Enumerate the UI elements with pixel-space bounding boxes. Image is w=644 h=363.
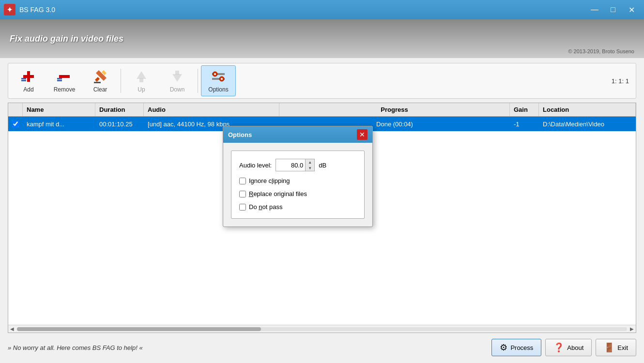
do-not-pass-row: Do not pass	[239, 203, 356, 211]
audio-level-unit: dB	[319, 162, 326, 169]
svg-rect-2	[21, 78, 26, 79]
maximize-button[interactable]: □	[604, 2, 622, 17]
up-icon	[134, 69, 149, 84]
remove-label: Remove	[54, 86, 76, 93]
scrollbar-track	[17, 327, 627, 331]
svg-marker-11	[172, 74, 182, 82]
toolbar-divider-1	[121, 69, 121, 93]
up-label: Up	[138, 86, 145, 93]
about-label: About	[567, 344, 583, 351]
toolbar: Add Remove Clear	[8, 63, 636, 99]
row-checkbox[interactable]	[12, 121, 19, 127]
replace-original-checkbox[interactable]	[239, 191, 246, 197]
file-count: 1: 1: 1	[612, 77, 633, 85]
audio-level-row: Audio level: ▲ ▼ dB	[239, 159, 356, 171]
audio-level-label: Audio level:	[239, 162, 272, 169]
svg-rect-3	[21, 80, 26, 81]
svg-rect-1	[23, 75, 34, 78]
svg-rect-5	[57, 78, 62, 79]
up-button[interactable]: Up	[124, 65, 159, 96]
file-list-header: Name Duration Audio Progress Gain Locati…	[8, 103, 636, 117]
app-subtitle: Fix audio gain in video files	[10, 34, 634, 44]
process-label: Process	[510, 344, 533, 351]
exit-label: Exit	[617, 344, 628, 351]
dialog-inner: Audio level: ▲ ▼ dB Ignore clipping	[231, 151, 365, 219]
scrollbar-thumb[interactable]	[17, 327, 261, 331]
add-button[interactable]: Add	[11, 65, 46, 96]
ignore-clipping-row: Ignore clipping	[239, 177, 356, 184]
svg-marker-8	[137, 71, 146, 79]
remove-icon	[57, 69, 72, 84]
down-button[interactable]: Down	[160, 65, 195, 96]
minimize-button[interactable]: —	[586, 2, 603, 17]
exit-button[interactable]: 🚪 Exit	[596, 339, 636, 356]
row-name: kampf mit d...	[23, 117, 95, 131]
options-label: Options	[208, 86, 228, 93]
spinner-up-button[interactable]: ▲	[306, 159, 314, 165]
toolbar-divider-2	[198, 69, 198, 93]
add-label: Add	[23, 86, 33, 93]
app-icon: ✦	[4, 4, 15, 15]
clear-label: Clear	[93, 86, 107, 93]
title-bar: ✦ BS FAG 3.0 — □ ✕	[0, 0, 644, 19]
ignore-clipping-label[interactable]: Ignore clipping	[249, 177, 290, 184]
svg-point-17	[221, 78, 223, 80]
about-button[interactable]: ❓ About	[545, 339, 592, 356]
dialog-title: Options	[228, 131, 252, 138]
svg-point-14	[214, 73, 216, 75]
about-icon: ❓	[553, 342, 564, 353]
app-title: BS FAG 3.0	[19, 6, 55, 14]
col-header-check	[8, 103, 23, 116]
ignore-clipping-checkbox[interactable]	[239, 178, 246, 184]
do-not-pass-label[interactable]: Do not pass	[249, 203, 282, 211]
remove-button[interactable]: Remove	[47, 65, 82, 96]
dialog-close-button[interactable]: ✕	[357, 129, 368, 140]
spinner-buttons: ▲ ▼	[305, 159, 314, 171]
options-button[interactable]: Options	[201, 65, 236, 96]
col-header-audio: Audio	[144, 103, 279, 116]
col-header-name: Name	[23, 103, 95, 116]
title-bar-controls: — □ ✕	[586, 2, 640, 17]
process-icon: ⚙	[500, 342, 507, 353]
scroll-right-arrow[interactable]: ▶	[628, 325, 636, 333]
do-not-pass-checkbox[interactable]	[239, 204, 246, 211]
down-icon	[169, 69, 185, 84]
replace-original-row: Replace original files	[239, 190, 356, 197]
process-button[interactable]: ⚙ Process	[491, 339, 541, 356]
audio-level-input[interactable]	[276, 159, 305, 171]
scroll-left-arrow[interactable]: ◀	[8, 325, 16, 333]
svg-rect-9	[139, 78, 143, 82]
add-icon	[21, 69, 36, 84]
options-icon	[211, 69, 226, 84]
svg-rect-10	[175, 71, 179, 75]
svg-rect-6	[57, 80, 62, 81]
dialog-body: Audio level: ▲ ▼ dB Ignore clipping	[223, 143, 372, 227]
options-dialog: Options ✕ Audio level: ▲ ▼ dB Ignore cli…	[223, 126, 373, 227]
horizontal-scrollbar[interactable]: ◀ ▶	[8, 325, 636, 333]
svg-rect-4	[59, 75, 70, 78]
bottom-bar: » No worry at all. Here comes BS FAG to …	[8, 337, 636, 358]
replace-original-label[interactable]: Replace original files	[249, 190, 307, 197]
down-label: Down	[170, 86, 185, 93]
spinner-down-button[interactable]: ▼	[306, 165, 314, 171]
header-banner: Fix audio gain in video files © 2013-201…	[0, 19, 644, 58]
copyright-text: © 2013-2019, Broto Suseno	[568, 48, 634, 54]
clear-icon	[92, 69, 108, 84]
exit-icon: 🚪	[604, 342, 614, 353]
col-header-progress: Progress	[279, 103, 510, 116]
bottom-buttons: ⚙ Process ❓ About 🚪 Exit	[491, 339, 636, 356]
col-header-location: Location	[539, 103, 636, 116]
title-bar-left: ✦ BS FAG 3.0	[4, 4, 55, 15]
dialog-title-bar: Options ✕	[223, 126, 372, 143]
audio-level-input-wrap: ▲ ▼	[276, 159, 315, 171]
close-button[interactable]: ✕	[623, 2, 640, 17]
row-gain: -1	[510, 117, 539, 131]
clear-button[interactable]: Clear	[83, 65, 118, 96]
col-header-duration: Duration	[95, 103, 144, 116]
col-header-gain: Gain	[510, 103, 539, 116]
svg-rect-7	[94, 82, 101, 83]
status-message: » No worry at all. Here comes BS FAG to …	[8, 344, 143, 351]
row-location: D:\Data\Medien\Video	[539, 117, 636, 131]
row-duration: 00:01:10.25	[95, 117, 144, 131]
row-checkbox-cell	[8, 117, 23, 131]
